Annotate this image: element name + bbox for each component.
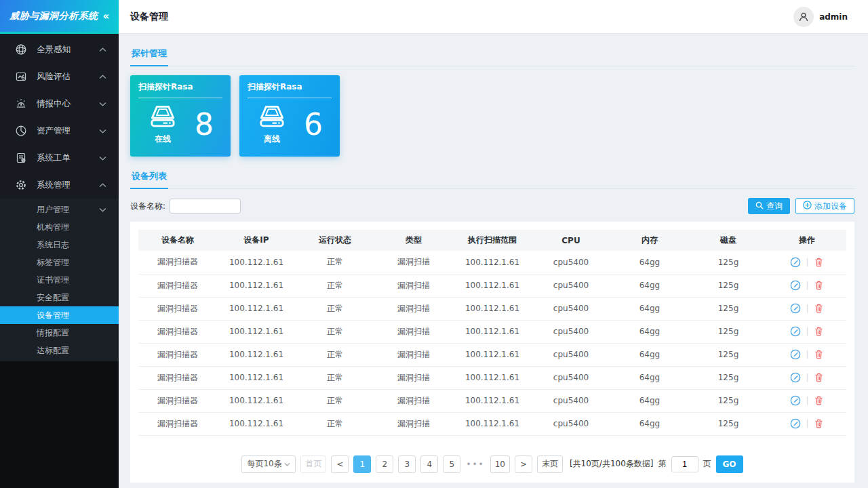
edit-icon[interactable] bbox=[790, 303, 801, 314]
next-page-button[interactable]: > bbox=[515, 455, 532, 473]
delete-icon[interactable] bbox=[814, 257, 824, 268]
tab-probe-management[interactable]: 探针管理 bbox=[130, 43, 168, 66]
delete-icon[interactable] bbox=[814, 326, 824, 337]
user-menu[interactable]: admin bbox=[793, 7, 848, 27]
delete-icon[interactable] bbox=[814, 418, 824, 429]
submenu-item-cert-mgmt[interactable]: 证书管理 bbox=[0, 271, 119, 289]
delete-icon[interactable] bbox=[814, 303, 824, 314]
pagination-ellipsis: ••• bbox=[466, 460, 484, 469]
page-button-5[interactable]: 5 bbox=[443, 455, 460, 473]
go-button[interactable]: GO bbox=[716, 455, 743, 473]
chevron-down-icon bbox=[99, 207, 106, 212]
page-size-select[interactable]: 每页10条 bbox=[241, 455, 296, 473]
sidebar-filler bbox=[0, 361, 119, 488]
probe-section-head: 探针管理 bbox=[130, 43, 854, 66]
page-button-4[interactable]: 4 bbox=[420, 455, 438, 473]
submenu-item-label: 标签管理 bbox=[37, 257, 69, 268]
probe-count: 8 bbox=[195, 110, 214, 140]
page-button-3[interactable]: 3 bbox=[398, 455, 416, 473]
edit-icon[interactable] bbox=[790, 372, 801, 383]
submenu-item-user-mgmt[interactable]: 用户管理 bbox=[0, 201, 119, 218]
jump-page-input[interactable] bbox=[671, 456, 698, 472]
cell-memory: 64gg bbox=[610, 389, 689, 412]
edit-icon[interactable] bbox=[790, 395, 801, 406]
submenu-item-label: 证书管理 bbox=[37, 274, 69, 286]
cell-cpu: cpu5400 bbox=[532, 366, 610, 389]
action-divider: | bbox=[806, 350, 808, 359]
edit-icon[interactable] bbox=[790, 349, 801, 360]
page-button-2[interactable]: 2 bbox=[376, 455, 393, 473]
device-section-head: 设备列表 bbox=[130, 166, 854, 189]
probe-card-offline[interactable]: 扫描探针Rasa bbox=[239, 75, 340, 157]
submenu-item-org-mgmt[interactable]: 机构管理 bbox=[0, 218, 119, 236]
submenu-item-security-config[interactable]: 安全配置 bbox=[0, 289, 119, 306]
page-button-1[interactable]: 1 bbox=[353, 455, 371, 473]
edit-icon[interactable] bbox=[790, 280, 801, 291]
cell-cpu: cpu5400 bbox=[532, 412, 610, 435]
cell-disk: 125g bbox=[689, 297, 768, 320]
edit-icon[interactable] bbox=[790, 418, 801, 429]
cell-actions: | bbox=[768, 366, 846, 389]
edit-icon[interactable] bbox=[790, 326, 801, 337]
cell-name: 漏洞扫描器 bbox=[138, 251, 217, 274]
probe-card-online[interactable]: 扫描探针Rasa bbox=[130, 75, 231, 157]
sidebar-submenu: 用户管理机构管理系统日志标签管理证书管理安全配置设备管理情报配置达标配置 bbox=[0, 199, 119, 361]
sidebar-item-panorama[interactable]: 全景感知 bbox=[0, 36, 119, 63]
cell-disk: 125g bbox=[689, 251, 768, 274]
username: admin bbox=[819, 12, 848, 22]
select-chevron-down-icon bbox=[284, 462, 290, 466]
delete-icon[interactable] bbox=[814, 372, 824, 383]
prev-page-button[interactable]: < bbox=[331, 455, 349, 473]
chevron-up-icon bbox=[99, 47, 106, 52]
search-button[interactable]: 查询 bbox=[748, 198, 790, 214]
cell-ip: 100.112.1.61 bbox=[217, 297, 296, 320]
column-header: 内存 bbox=[610, 230, 689, 251]
edit-icon[interactable] bbox=[790, 257, 801, 268]
submenu-item-system-log[interactable]: 系统日志 bbox=[0, 236, 119, 253]
sidebar-item-system-mgmt[interactable]: 系统管理 bbox=[0, 171, 119, 199]
cell-cpu: cpu5400 bbox=[532, 274, 610, 297]
table-row: 漏洞扫描器100.112.1.61正常漏洞扫描100.112.1.61cpu54… bbox=[138, 366, 846, 389]
sidebar-item-work-orders[interactable]: 系统工单 bbox=[0, 144, 119, 171]
cell-memory: 64gg bbox=[610, 251, 689, 274]
cell-actions: | bbox=[768, 320, 846, 343]
submenu-item-compliance-config[interactable]: 达标配置 bbox=[0, 342, 119, 359]
page-button-10[interactable]: 10 bbox=[490, 455, 510, 473]
delete-icon[interactable] bbox=[814, 395, 824, 406]
action-divider: | bbox=[806, 281, 808, 290]
page-title: 设备管理 bbox=[130, 11, 168, 23]
last-page-button[interactable]: 末页 bbox=[537, 455, 563, 473]
submenu-item-tag-mgmt[interactable]: 标签管理 bbox=[0, 253, 119, 271]
probe-status-label: 离线 bbox=[264, 134, 280, 145]
cell-scan_range: 100.112.1.61 bbox=[453, 412, 532, 435]
cell-cpu: cpu5400 bbox=[532, 389, 610, 412]
alarm-icon bbox=[15, 98, 27, 110]
action-divider: | bbox=[806, 304, 808, 313]
submenu-item-device-mgmt[interactable]: 设备管理 bbox=[0, 306, 119, 324]
table-row: 漏洞扫描器100.112.1.61正常漏洞扫描100.112.1.61cpu54… bbox=[138, 320, 846, 343]
cell-ip: 100.112.1.61 bbox=[217, 366, 296, 389]
tab-device-list[interactable]: 设备列表 bbox=[130, 166, 168, 189]
filter-row: 设备名称: 查询 bbox=[130, 198, 854, 214]
sidebar-item-label: 风险评估 bbox=[37, 71, 99, 83]
column-header: 执行扫描范围 bbox=[453, 230, 532, 251]
table-row: 漏洞扫描器100.112.1.61正常漏洞扫描100.112.1.61cpu54… bbox=[138, 274, 846, 297]
collapse-sidebar-icon[interactable]: « bbox=[102, 10, 109, 22]
add-device-button[interactable]: 添加设备 bbox=[795, 198, 854, 214]
probe-card-title: 扫描探针Rasa bbox=[248, 81, 332, 93]
first-page-button[interactable]: 首页 bbox=[300, 455, 326, 473]
delete-icon[interactable] bbox=[814, 349, 824, 360]
submenu-item-intel-config[interactable]: 情报配置 bbox=[0, 324, 119, 342]
risk-chart-icon bbox=[15, 70, 27, 83]
cell-scan_range: 100.112.1.61 bbox=[453, 274, 532, 297]
search-button-label: 查询 bbox=[766, 201, 783, 212]
sidebar-menu: 全景感知 风险评估 bbox=[0, 34, 119, 199]
delete-icon[interactable] bbox=[814, 280, 824, 291]
sidebar-item-asset-mgmt[interactable]: 资产管理 bbox=[0, 117, 119, 144]
cell-name: 漏洞扫描器 bbox=[138, 366, 217, 389]
sidebar-item-intel-center[interactable]: 情报中心 bbox=[0, 90, 119, 117]
sidebar-item-risk-assessment[interactable]: 风险评估 bbox=[0, 63, 119, 90]
user-avatar-icon[interactable] bbox=[793, 7, 814, 27]
search-icon bbox=[755, 201, 764, 211]
device-name-input[interactable] bbox=[170, 199, 241, 214]
